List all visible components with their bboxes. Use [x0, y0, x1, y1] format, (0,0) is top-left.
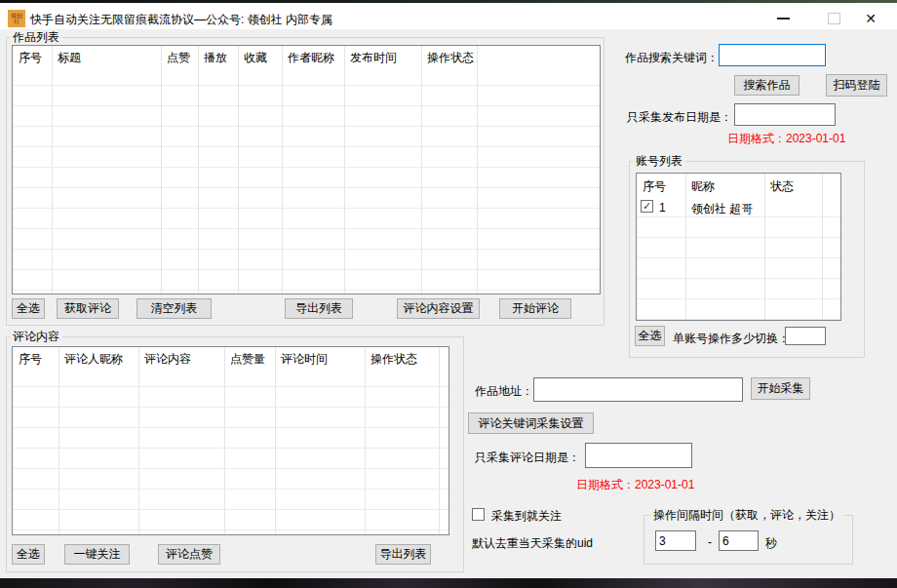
clear-list-button[interactable]: 清空列表 [136, 298, 212, 319]
comment-date-input[interactable] [585, 443, 692, 468]
desktop-background-bottom [0, 578, 897, 588]
publish-date-input[interactable] [734, 103, 836, 126]
account-row-checkbox[interactable]: ✓ [641, 200, 653, 213]
accounts-group-title: 账号列表 [633, 153, 685, 170]
works-col-plays: 播放 [198, 46, 238, 66]
comments-col-time: 评论时间 [275, 347, 365, 368]
comments-table[interactable]: 序号 评论人昵称 评论内容 点赞量 评论时间 操作状态 [12, 346, 449, 535]
minimize-icon [777, 18, 790, 20]
works-col-likes: 点赞 [161, 46, 198, 66]
app-icon: 领创社 [8, 10, 25, 27]
account-switch-label: 单账号操作多少切换： [673, 331, 790, 347]
works-col-author: 作者昵称 [282, 46, 344, 66]
comment-date-label: 只采集评论日期是： [475, 450, 580, 466]
works-col-index: 序号 [13, 46, 52, 66]
app-icon-text: 领创社 [10, 13, 23, 24]
app-screen: 领创社 快手自动关注无限留痕截流协议—公众号: 领创社 内部专属 ✕ 作品列表 … [0, 0, 897, 588]
works-export-list-button[interactable]: 导出列表 [285, 298, 353, 319]
comments-col-nickname: 评论人昵称 [58, 347, 138, 368]
dedupe-note: 默认去重当天采集的uid [472, 535, 593, 552]
works-col-status: 操作状态 [421, 46, 477, 66]
start-comment-button[interactable]: 开始评论 [499, 298, 571, 319]
works-table[interactable]: 序号 标题 点赞 播放 收藏 作者昵称 发布时间 操作状态 [12, 45, 601, 294]
publish-date-label: 只采集发布日期是： [627, 109, 732, 126]
close-icon: ✕ [865, 12, 877, 25]
comment-like-button[interactable]: 评论点赞 [158, 544, 220, 565]
comment-content-settings-button[interactable]: 评论内容设置 [397, 298, 480, 319]
comments-col-content: 评论内容 [138, 347, 224, 368]
works-list-group-title: 作品列表 [10, 29, 62, 46]
works-col-favs: 收藏 [238, 46, 282, 66]
work-search-keyword-label: 作品搜索关键词： [625, 50, 719, 66]
account-switch-input[interactable] [785, 327, 826, 345]
works-col-title: 标题 [52, 46, 161, 66]
interval-group-title: 操作间隔时间（获取，评论，关注） [650, 507, 843, 524]
interval-unit-label: 秒 [765, 535, 777, 552]
comments-col-status: 操作状态 [365, 347, 439, 368]
comments-export-list-button[interactable]: 导出列表 [375, 544, 431, 565]
interval-min-input[interactable] [655, 530, 696, 551]
works-table-header: 序号 标题 点赞 播放 收藏 作者昵称 发布时间 操作状态 [13, 46, 600, 66]
works-col-pubtime: 发布时间 [344, 46, 421, 66]
works-table-grid-rows [13, 65, 600, 294]
work-address-input[interactable] [533, 377, 743, 402]
checkmark-icon: ✓ [643, 201, 651, 212]
accounts-col-nickname: 昵称 [685, 174, 764, 197]
publish-date-format-hint: 日期格式：2023-01-01 [727, 131, 845, 147]
comments-select-all-button[interactable]: 全选 [12, 544, 45, 565]
works-select-all-button[interactable]: 全选 [12, 298, 45, 319]
account-row-index: 1 [659, 201, 666, 215]
accounts-col-status: 状态 [764, 174, 822, 197]
work-address-label: 作品地址： [475, 383, 533, 400]
get-comments-button[interactable]: 获取评论 [57, 298, 119, 319]
start-collect-button[interactable]: 开始采集 [751, 377, 810, 400]
search-works-button[interactable]: 搜索作品 [734, 75, 800, 96]
interval-separator: - [708, 535, 712, 549]
account-row[interactable]: ✓ 1 领创社 超哥 [637, 197, 840, 217]
maximize-button [819, 6, 848, 31]
accounts-col-index: 序号 [637, 174, 685, 197]
work-search-keyword-input[interactable] [719, 44, 826, 66]
account-row-nickname: 领创社 超哥 [691, 201, 753, 217]
follow-on-collect-checkbox[interactable] [472, 508, 485, 521]
window-title: 快手自动关注无限留痕截流协议—公众号: 领创社 内部专属 [30, 12, 332, 28]
accounts-select-all-button[interactable]: 全选 [635, 326, 665, 346]
qr-login-button[interactable]: 扫码登陆 [826, 74, 887, 97]
close-button[interactable]: ✕ [856, 6, 885, 31]
comments-table-grid-rows [13, 367, 448, 534]
accounts-table[interactable]: 序号 昵称 状态 ✓ 1 领创社 超哥 [636, 173, 841, 321]
comments-table-header: 序号 评论人昵称 评论内容 点赞量 评论时间 操作状态 [13, 347, 448, 368]
comments-col-index: 序号 [13, 347, 58, 368]
title-bar: 领创社 快手自动关注无限留痕截流协议—公众号: 领创社 内部专属 ✕ [0, 3, 897, 29]
follow-on-collect-label: 采集到就关注 [491, 508, 562, 525]
interval-max-input[interactable] [719, 530, 759, 551]
comments-col-likes: 点赞量 [224, 347, 275, 368]
one-key-follow-button[interactable]: 一键关注 [64, 544, 130, 565]
maximize-icon [828, 13, 840, 24]
minimize-button[interactable] [768, 6, 798, 31]
comment-keyword-collect-settings-button[interactable]: 评论关键词采集设置 [468, 412, 594, 434]
accounts-table-header: 序号 昵称 状态 [637, 174, 840, 197]
comments-group-title: 评论内容 [10, 329, 62, 345]
comment-date-format-hint: 日期格式：2023-01-01 [576, 477, 694, 493]
